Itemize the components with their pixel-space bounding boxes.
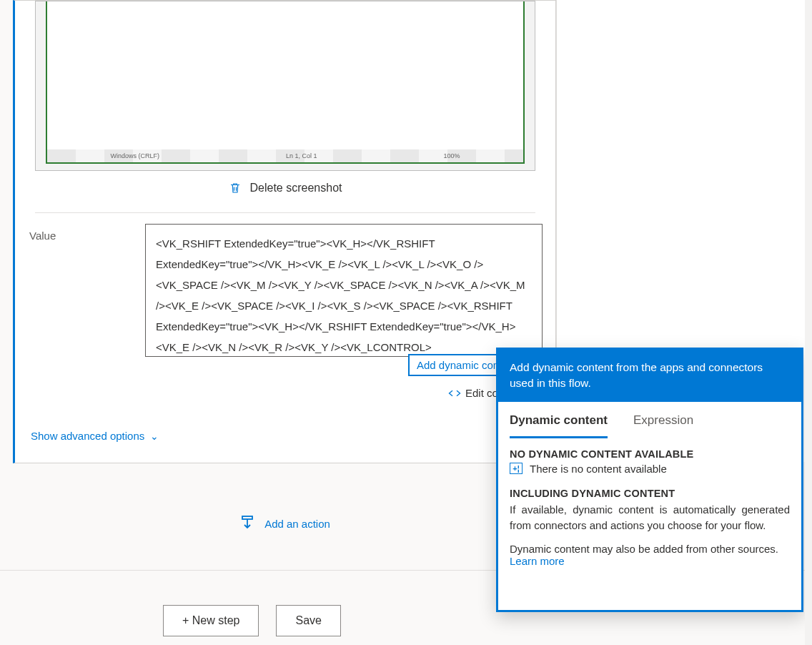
save-button[interactable]: Save xyxy=(276,605,340,636)
status-zoom: 100% xyxy=(443,152,460,159)
status-encoding: Windows (CRLF) xyxy=(110,152,159,159)
insert-box-icon: +¦ xyxy=(510,463,523,474)
flyout-tabs: Dynamic content Expression xyxy=(498,402,801,438)
including-title: INCLUDING DYNAMIC CONTENT xyxy=(510,488,790,499)
edit-code-label: Edit co xyxy=(465,387,498,399)
tab-dynamic-content[interactable]: Dynamic content xyxy=(510,413,608,438)
including-text: If available, dynamic content is automat… xyxy=(510,502,790,533)
dynamic-content-flyout: Add dynamic content from the apps and co… xyxy=(496,348,803,612)
screenshot-preview: Windows (CRLF) Ln 1, Col 1 100% xyxy=(35,1,535,171)
edit-code-button[interactable]: Edit co xyxy=(448,387,498,399)
show-advanced-label: Show advanced options xyxy=(31,430,144,442)
delete-screenshot-button[interactable]: Delete screenshot xyxy=(35,181,535,195)
no-content-title: NO DYNAMIC CONTENT AVAILABLE xyxy=(510,448,790,460)
add-dynamic-content-label: Add dynamic con xyxy=(417,359,499,371)
tab-expression[interactable]: Expression xyxy=(633,413,693,438)
divider xyxy=(35,212,535,213)
add-action-icon xyxy=(239,515,256,532)
status-caret: Ln 1, Col 1 xyxy=(286,152,317,159)
delete-screenshot-label: Delete screenshot xyxy=(250,182,342,195)
add-dynamic-content-link[interactable]: Add dynamic con xyxy=(408,354,508,376)
flyout-header: Add dynamic content from the apps and co… xyxy=(498,350,801,402)
learn-more-link[interactable]: Learn more xyxy=(510,555,790,567)
vertical-scrollbar[interactable] xyxy=(805,0,812,645)
action-card: Windows (CRLF) Ln 1, Col 1 100% Delete s… xyxy=(13,0,556,463)
value-label: Value xyxy=(29,230,56,242)
add-an-action-button[interactable]: Add an action xyxy=(13,515,556,532)
no-content-text: There is no content available xyxy=(530,463,667,475)
show-advanced-options[interactable]: Show advanced options ⌄ xyxy=(31,430,159,442)
other-sources-text: Dynamic content may also be added from o… xyxy=(510,543,790,555)
screenshot-inner: Windows (CRLF) Ln 1, Col 1 100% xyxy=(46,1,525,164)
svg-rect-0 xyxy=(242,516,252,519)
new-step-button[interactable]: + New step xyxy=(163,605,259,636)
value-text: <VK_RSHIFT ExtendedKey="true"><VK_H></VK… xyxy=(156,237,525,353)
value-input[interactable]: <VK_RSHIFT ExtendedKey="true"><VK_H></VK… xyxy=(145,224,543,357)
screenshot-statusbar: Windows (CRLF) Ln 1, Col 1 100% xyxy=(47,149,523,162)
chevron-down-icon: ⌄ xyxy=(150,430,159,442)
code-icon xyxy=(448,388,460,398)
add-an-action-label: Add an action xyxy=(264,518,330,530)
trash-icon xyxy=(229,181,242,195)
flyout-body: NO DYNAMIC CONTENT AVAILABLE +¦ There is… xyxy=(498,438,801,568)
